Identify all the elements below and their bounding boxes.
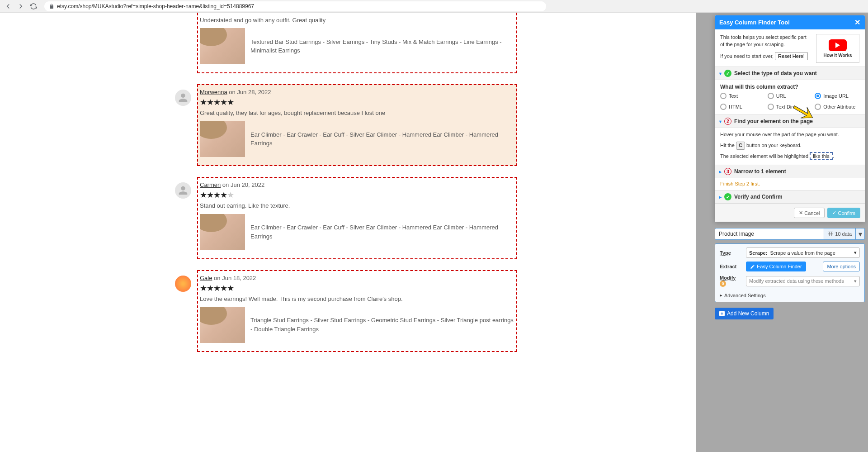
chevron-right-icon: ▸ (719, 169, 722, 174)
step2-body: Hover your mouse over the part of the pa… (720, 128, 859, 165)
chevron-down-icon: ▾ (719, 71, 722, 76)
how-it-works-label: How It Works (823, 53, 852, 58)
keycap-c: C (736, 142, 745, 150)
review-block[interactable]: Morwenna on Jun 28, 2022★★★★★Great quali… (197, 84, 517, 166)
step4-header[interactable]: ▸ ✓ Verify and Confirm (715, 190, 865, 204)
review-block[interactable]: Gale on Jun 18, 2022★★★★★Love the earrin… (197, 270, 517, 352)
product-thumbnail[interactable] (200, 28, 245, 64)
panel-header: Easy Column Finder Tool ✕ (715, 15, 865, 29)
product-title[interactable]: Ear Climber - Ear Crawler - Ear Cuff - S… (250, 130, 516, 148)
extract-label: Extract (720, 264, 742, 269)
pencil-icon (750, 264, 755, 269)
reviewer-avatar[interactable] (175, 182, 191, 199)
cancel-button[interactable]: ✕ Cancel (794, 208, 825, 218)
radio-other-attribute[interactable]: Other Attribute (815, 104, 859, 110)
reviewer-avatar[interactable] (175, 90, 191, 106)
review-text: Great quality, they last for ages, bough… (198, 107, 516, 121)
panel-title-text: Easy Column Finder Tool (719, 19, 790, 26)
review-header: Gale on Jun 18, 2022 (198, 271, 516, 281)
address-bar[interactable]: etsy.com/shop/MUKAstudio?ref=simple-shop… (44, 1, 546, 11)
back-button[interactable] (4, 2, 13, 11)
product-row[interactable]: Ear Climber - Ear Crawler - Ear Cuff - S… (198, 121, 516, 157)
type-select[interactable]: Scrape: Scrape a value from the page ▾ (746, 247, 860, 258)
column-dropdown-toggle[interactable]: ▾ (856, 228, 865, 240)
step3-title: Narrow to 1 element (734, 168, 786, 175)
review-text: Understated and go with any outfit. Grea… (198, 13, 516, 28)
step3-warning: Finish Step 2 first. (720, 178, 859, 190)
youtube-play-icon (829, 39, 847, 51)
step1-header[interactable]: ▾ ✓ Select the type of data you want (715, 67, 865, 80)
reviewer-avatar[interactable] (175, 276, 191, 292)
review-block[interactable]: Carmen on Jun 20, 2022★★★★★Stand out ear… (197, 177, 517, 259)
chevron-down-icon: ▾ (854, 278, 857, 284)
reviewer-link[interactable]: Morwenna (200, 89, 227, 95)
review-header: Carmen on Jun 20, 2022 (198, 178, 516, 188)
modify-select[interactable]: Modify extracted data using these method… (746, 276, 860, 286)
add-new-column-button[interactable]: + Add New Column (715, 308, 774, 319)
more-options-button[interactable]: More options (823, 262, 860, 271)
type-label: Type (720, 250, 742, 256)
column-settings: Product Image 10 data ▾ Type Scrape: Scr… (715, 228, 865, 319)
reset-button[interactable]: Reset Here! (775, 52, 808, 60)
lock-icon (49, 4, 54, 9)
product-thumbnail[interactable] (200, 121, 245, 157)
review-text: Stand out earring. Like the texture. (198, 200, 516, 214)
review-text: Love the earrings! Well made. This is my… (198, 293, 516, 307)
step3-badge: 3 (724, 168, 731, 175)
product-row[interactable]: Textured Bar Stud Earrings - Silver Earr… (198, 28, 516, 64)
panel-footer: ✕ Cancel ✓ Confirm (715, 204, 865, 222)
intro-text: This tools helps you select specific par… (720, 34, 811, 63)
star-rating: ★★★★★ (198, 281, 516, 293)
grid-icon (828, 232, 833, 236)
reviews-list: Understated and go with any outfit. Grea… (197, 13, 517, 363)
step1-title: Select the type of data you want (734, 70, 817, 76)
advanced-settings-toggle[interactable]: ▸ Advanced Settings (720, 290, 860, 298)
review-header: Morwenna on Jun 28, 2022 (198, 85, 516, 95)
step4-badge: ✓ (724, 193, 731, 200)
page-content: Understated and go with any outfit. Grea… (0, 13, 868, 452)
modify-count-badge: 0 (720, 281, 726, 287)
product-row[interactable]: Ear Climber - Ear Crawler - Ear Cuff - S… (198, 214, 516, 250)
radio-text[interactable]: Text (720, 93, 765, 99)
product-title[interactable]: Textured Bar Stud Earrings - Silver Earr… (250, 38, 516, 55)
reviewer-link[interactable]: Carmen (200, 181, 221, 188)
close-icon[interactable]: ✕ (854, 18, 860, 27)
chevron-down-icon: ▾ (854, 250, 857, 256)
review-block[interactable]: Understated and go with any outfit. Grea… (197, 13, 517, 73)
product-thumbnail[interactable] (200, 214, 245, 250)
restart-text: If you need to start over, (720, 53, 774, 59)
easy-column-finder-button[interactable]: Easy Column Finder (746, 262, 806, 271)
product-title[interactable]: Triangle Stud Earrings - Silver Stud Ear… (250, 316, 516, 333)
step1-badge: ✓ (724, 70, 731, 77)
radio-html[interactable]: HTML (720, 104, 765, 110)
modify-label: Modify 0 (720, 275, 742, 287)
extract-type-radios: Text URL Image URL HTML Text Dire Other … (720, 93, 859, 114)
column-name-input[interactable]: Product Image (715, 228, 824, 240)
column-finder-panel: Easy Column Finder Tool ✕ This tools hel… (715, 15, 865, 222)
star-rating: ★★★★★ (198, 95, 516, 107)
plus-icon: + (719, 311, 725, 316)
forward-button[interactable] (16, 2, 25, 11)
chevron-right-icon: ▸ (720, 292, 722, 298)
product-row[interactable]: Triangle Stud Earrings - Silver Stud Ear… (198, 307, 516, 343)
step1-subquestion: What will this column extract? (720, 80, 859, 93)
product-title[interactable]: Ear Climber - Ear Crawler - Ear Cuff - S… (250, 223, 516, 241)
confirm-button[interactable]: ✓ Confirm (827, 208, 860, 218)
chevron-down-icon: ▾ (719, 119, 722, 124)
reload-button[interactable] (29, 2, 38, 11)
step4-title: Verify and Confirm (734, 194, 783, 200)
highlight-example: like this (810, 152, 833, 160)
step2-badge: 2 (724, 118, 731, 125)
data-count-badge[interactable]: 10 data (824, 228, 856, 240)
reviewer-link[interactable]: Gale (200, 275, 212, 281)
step3-header[interactable]: ▸ 3 Narrow to 1 element (715, 165, 865, 178)
radio-image-url[interactable]: Image URL (815, 93, 859, 99)
url-text: etsy.com/shop/MUKAstudio?ref=simple-shop… (57, 3, 254, 10)
product-thumbnail[interactable] (200, 307, 245, 343)
star-rating: ★★★★★ (198, 188, 516, 200)
step2-line1: Hover your mouse over the part of the pa… (720, 131, 859, 139)
chevron-right-icon: ▸ (719, 195, 722, 200)
how-it-works-video[interactable]: How It Works (816, 34, 859, 63)
browser-toolbar: etsy.com/shop/MUKAstudio?ref=simple-shop… (0, 0, 868, 13)
intro-line1: This tools helps you select specific par… (720, 34, 811, 48)
